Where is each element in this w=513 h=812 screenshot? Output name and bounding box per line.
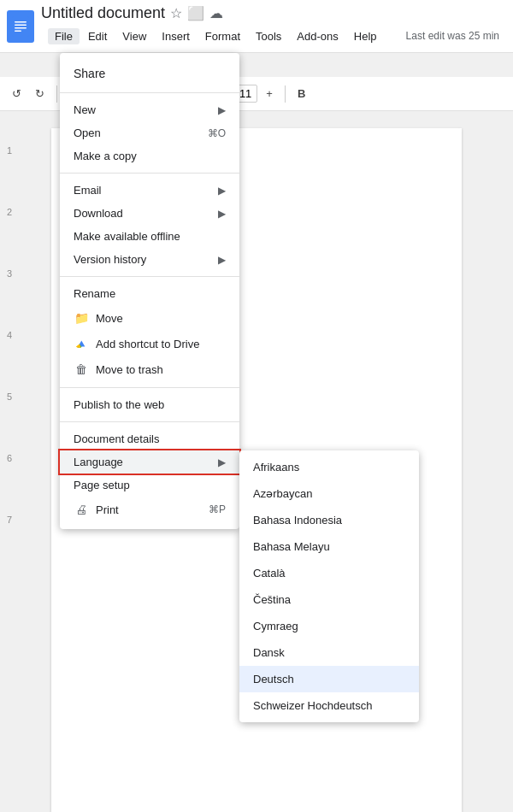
- folder-icon[interactable]: ⬜: [187, 5, 204, 21]
- menu-file[interactable]: File: [48, 28, 80, 44]
- menu-rename[interactable]: Rename: [60, 282, 239, 305]
- margin-num-6: 6: [7, 453, 12, 463]
- lang-azerbaycan[interactable]: Azərbaycan: [239, 480, 419, 507]
- offline-label: Make available offline: [74, 230, 226, 243]
- menu-publish[interactable]: Publish to the web: [60, 393, 239, 416]
- menu-tools[interactable]: Tools: [249, 28, 288, 44]
- svg-rect-4: [15, 30, 21, 32]
- print-label: Print: [96, 503, 202, 516]
- svg-rect-0: [12, 16, 29, 37]
- menu-addons[interactable]: Add-ons: [290, 28, 345, 44]
- lang-cymraeg[interactable]: Cymraeg: [239, 613, 419, 639]
- font-increase-button[interactable]: +: [261, 84, 278, 103]
- divider-1: [60, 92, 239, 93]
- divider-4: [60, 387, 239, 388]
- menu-bar: File Edit View Insert Format Tools Add-o…: [41, 24, 506, 48]
- download-label: Download: [74, 207, 215, 220]
- open-shortcut: ⌘O: [208, 127, 226, 139]
- divider-5: [60, 421, 239, 422]
- menu-view[interactable]: View: [115, 28, 153, 44]
- margin-num-7: 7: [7, 515, 12, 525]
- lang-cestina[interactable]: Čeština: [239, 586, 419, 613]
- menu-page-setup[interactable]: Page setup: [60, 474, 239, 497]
- margin-num-1: 1: [7, 145, 12, 156]
- menu-download[interactable]: Download ▶: [60, 202, 239, 225]
- menu-move[interactable]: 📁 Move: [60, 305, 239, 331]
- doc-details-label: Document details: [74, 432, 226, 445]
- menu-language[interactable]: Language ▶: [60, 450, 239, 474]
- menu-add-shortcut[interactable]: Add shortcut to Drive: [60, 331, 239, 356]
- svg-rect-1: [15, 21, 27, 23]
- star-icon[interactable]: ☆: [170, 5, 182, 21]
- menu-email[interactable]: Email ▶: [60, 179, 239, 202]
- lang-bahasa-indonesia[interactable]: Bahasa Indonesia: [239, 507, 419, 533]
- email-label: Email: [74, 184, 215, 197]
- version-history-label: Version history: [74, 253, 215, 266]
- doc-title[interactable]: Untitled document: [41, 4, 165, 22]
- svg-rect-3: [15, 27, 27, 29]
- add-shortcut-label: Add shortcut to Drive: [96, 338, 226, 350]
- menu-version-history[interactable]: Version history ▶: [60, 248, 239, 271]
- file-menu: Share New ▶ Open ⌘O Make a copy Email ▶ …: [60, 53, 239, 529]
- menu-new[interactable]: New ▶: [60, 98, 239, 121]
- menu-share[interactable]: Share: [60, 60, 239, 87]
- language-arrow-icon: ▶: [218, 456, 226, 468]
- make-copy-label: Make a copy: [74, 150, 226, 162]
- bold-button[interactable]: B: [292, 84, 310, 103]
- lang-schweizer-hochdeutsch[interactable]: Schweizer Hochdeutsch: [239, 692, 419, 719]
- top-bar: Untitled document ☆ ⬜ ☁ File Edit View I…: [0, 0, 513, 53]
- menu-trash[interactable]: 🗑 Move to trash: [60, 356, 239, 382]
- lang-deutsch[interactable]: Deutsch: [239, 666, 419, 692]
- margin-num-5: 5: [7, 391, 12, 402]
- lang-bahasa-melayu[interactable]: Bahasa Melayu: [239, 533, 419, 560]
- move-folder-icon: 📁: [74, 310, 89, 326]
- app-icon: [7, 10, 34, 43]
- menu-format[interactable]: Format: [198, 28, 247, 44]
- divider-2: [60, 173, 239, 174]
- menu-help[interactable]: Help: [347, 28, 384, 44]
- drive-icon: [74, 336, 89, 351]
- trash-label: Move to trash: [96, 363, 226, 376]
- margin-num-3: 3: [7, 268, 12, 279]
- last-edit: Last edit was 25 min: [406, 30, 499, 42]
- svg-rect-2: [15, 24, 27, 26]
- undo-button[interactable]: ↺: [7, 84, 27, 103]
- menu-insert[interactable]: Insert: [155, 28, 197, 44]
- divider-3: [60, 276, 239, 277]
- version-history-arrow-icon: ▶: [218, 254, 226, 266]
- download-arrow-icon: ▶: [218, 208, 226, 220]
- margin-num-4: 4: [7, 330, 12, 340]
- print-shortcut: ⌘P: [209, 503, 226, 515]
- side-margin: 1 2 3 4 5 6 7: [0, 111, 19, 812]
- lang-catala[interactable]: Català: [239, 560, 419, 586]
- toolbar-separator-1: [56, 85, 57, 103]
- lang-afrikaans[interactable]: Afrikaans: [239, 454, 419, 480]
- margin-num-2: 2: [7, 207, 12, 217]
- language-label: Language: [74, 456, 215, 468]
- new-arrow-icon: ▶: [218, 104, 226, 116]
- menu-print[interactable]: 🖨 Print ⌘P: [60, 497, 239, 522]
- file-dropdown: Share New ▶ Open ⌘O Make a copy Email ▶ …: [60, 53, 239, 529]
- menu-edit[interactable]: Edit: [81, 28, 114, 44]
- cloud-icon[interactable]: ☁: [209, 5, 223, 21]
- trash-icon: 🗑: [74, 362, 89, 377]
- move-label: Move: [96, 312, 226, 325]
- new-label: New: [74, 103, 215, 116]
- title-icons: ☆ ⬜ ☁: [170, 5, 223, 21]
- toolbar-separator-4: [285, 85, 286, 103]
- page-setup-label: Page setup: [74, 479, 226, 491]
- menu-open[interactable]: Open ⌘O: [60, 121, 239, 144]
- lang-dansk[interactable]: Dansk: [239, 639, 419, 666]
- doc-title-row: Untitled document ☆ ⬜ ☁: [41, 4, 506, 22]
- menu-make-copy[interactable]: Make a copy: [60, 144, 239, 168]
- language-entry-wrap: Language ▶ Afrikaans Azərbaycan Bahasa I…: [60, 450, 239, 474]
- language-submenu: Afrikaans Azərbaycan Bahasa Indonesia Ba…: [239, 450, 419, 722]
- open-label: Open: [74, 127, 201, 139]
- rename-label: Rename: [74, 287, 226, 300]
- publish-label: Publish to the web: [74, 398, 226, 411]
- share-label: Share: [74, 67, 105, 80]
- email-arrow-icon: ▶: [218, 185, 226, 197]
- menu-doc-details[interactable]: Document details: [60, 427, 239, 450]
- menu-offline[interactable]: Make available offline: [60, 225, 239, 248]
- redo-button[interactable]: ↻: [30, 84, 50, 103]
